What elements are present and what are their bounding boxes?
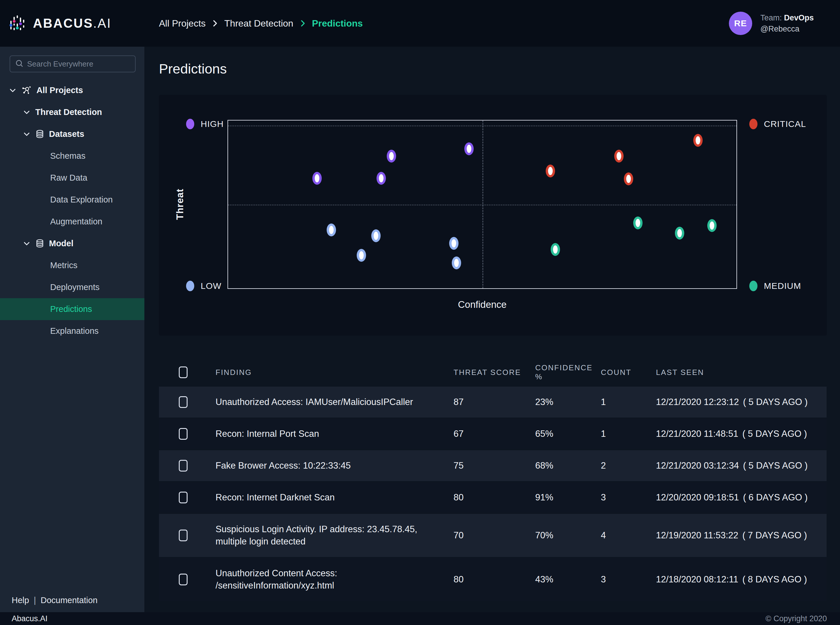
sidebar-item-threat-detection[interactable]: Threat Detection xyxy=(0,101,144,123)
help-link[interactable]: Help xyxy=(12,595,29,605)
sidebar-item-explanations[interactable]: Explanations xyxy=(0,320,144,342)
scatter-point-critical[interactable] xyxy=(614,150,624,163)
team-name: DevOps xyxy=(784,13,814,22)
row-checkbox[interactable] xyxy=(179,428,188,440)
row-checkbox-cell xyxy=(159,492,216,503)
last-seen-ago: ( 6 DAYS AGO ) xyxy=(743,492,807,502)
chevron-right-icon xyxy=(211,19,219,28)
sidebar-item-datasets[interactable]: Datasets xyxy=(0,123,144,145)
scatter-point-medium[interactable] xyxy=(551,243,560,256)
table-row[interactable]: Fake Brower Access: 10:22:33:457568%212/… xyxy=(159,450,827,481)
scatter-point-critical[interactable] xyxy=(624,173,633,185)
sidebar-item-raw-data[interactable]: Raw Data xyxy=(0,167,144,189)
app-logo[interactable]: ABACUS.AI xyxy=(9,0,112,47)
user-account-area[interactable]: RE Team: DevOps @Rebecca xyxy=(729,0,814,47)
column-header-threat-score[interactable]: THREAT SCORE xyxy=(453,368,535,377)
breadcrumb-threat-detection[interactable]: Threat Detection xyxy=(224,18,293,29)
chevron-right-icon xyxy=(299,19,306,28)
row-checkbox[interactable] xyxy=(179,492,188,503)
sidebar-item-label: Model xyxy=(49,239,73,248)
breadcrumb-predictions[interactable]: Predictions xyxy=(312,18,363,29)
confidence-cell: 68% xyxy=(535,450,601,481)
column-header-last-seen[interactable]: LAST SEEN xyxy=(656,368,827,377)
abacus-predictions-page: { "header": { "logo_text": "ABACUS", "lo… xyxy=(0,0,840,625)
count-cell: 1 xyxy=(601,387,656,418)
legend-item-medium: MEDIUM xyxy=(749,281,801,291)
legend-label: HIGH xyxy=(201,119,224,129)
row-checkbox-cell xyxy=(159,460,216,471)
search-box[interactable] xyxy=(9,56,136,72)
count-cell: 4 xyxy=(601,520,656,551)
breadcrumb-all-projects[interactable]: All Projects xyxy=(159,18,206,29)
select-all-checkbox[interactable] xyxy=(179,367,188,378)
sidebar-item-data-exploration[interactable]: Data Exploration xyxy=(0,189,144,211)
row-checkbox[interactable] xyxy=(179,530,188,541)
sidebar-item-deployments[interactable]: Deployments xyxy=(0,276,144,298)
scatter-point-low[interactable] xyxy=(327,224,336,236)
database-icon xyxy=(35,239,44,248)
chevron-down-icon[interactable] xyxy=(23,239,31,247)
row-checkbox[interactable] xyxy=(179,396,188,408)
row-checkbox[interactable] xyxy=(179,460,188,471)
scatter-point-critical[interactable] xyxy=(693,134,703,147)
column-header-confidence[interactable]: CONFIDENCE % xyxy=(535,363,601,381)
count-cell: 3 xyxy=(601,482,656,513)
scatter-point-medium[interactable] xyxy=(707,219,717,232)
scatter-point-high[interactable] xyxy=(387,150,396,163)
findings-table: FINDING THREAT SCORE CONFIDENCE % COUNT … xyxy=(159,359,827,601)
last-seen-cell: 12/21/2020 12:23:12( 5 DAYS AGO ) xyxy=(656,387,827,418)
legend-label: MEDIUM xyxy=(764,281,801,291)
scatter-point-high[interactable] xyxy=(377,172,386,185)
scatter-point-high[interactable] xyxy=(464,142,474,155)
scatter-point-low[interactable] xyxy=(357,249,366,262)
table-row[interactable]: Suspicious Login Activity. IP address: 2… xyxy=(159,514,827,557)
table-row[interactable]: Unauthorized Content Access: /sensitiveI… xyxy=(159,558,827,601)
sidebar-item-label: Metrics xyxy=(50,261,77,270)
database-icon xyxy=(35,129,44,139)
legend-dot-critical xyxy=(749,119,758,129)
sidebar-item-label: Deployments xyxy=(50,283,99,292)
documentation-link[interactable]: Documentation xyxy=(40,595,98,605)
sidebar-item-model[interactable]: Model xyxy=(0,233,144,255)
sidebar-item-augmentation[interactable]: Augmentation xyxy=(0,211,144,233)
sidebar-item-all-projects[interactable]: All Projects xyxy=(0,79,144,101)
row-checkbox[interactable] xyxy=(179,574,188,585)
chevron-down-icon[interactable] xyxy=(23,130,31,138)
scatter-point-low[interactable] xyxy=(449,237,458,250)
avatar[interactable]: RE xyxy=(729,12,752,35)
confidence-cell: 65% xyxy=(535,418,601,449)
sidebar-item-label: Schemas xyxy=(50,151,85,161)
scatter-point-low[interactable] xyxy=(452,257,461,269)
sidebar-item-predictions[interactable]: Predictions xyxy=(0,298,144,320)
last-seen-cell: 12/19/2020 11:53:22( 7 DAYS AGO ) xyxy=(656,520,827,551)
confidence-cell: 91% xyxy=(535,482,601,513)
last-seen-time: 12/20/2020 09:18:51 xyxy=(656,492,739,502)
scatter-point-high[interactable] xyxy=(312,172,322,185)
sidebar-item-label: Datasets xyxy=(49,129,84,139)
search-input[interactable] xyxy=(27,59,130,68)
scatter-point-critical[interactable] xyxy=(546,165,555,177)
scatter-point-medium[interactable] xyxy=(675,227,684,239)
table-row[interactable]: Recon: Internet Darknet Scan8091%312/20/… xyxy=(159,482,827,513)
scatter-point-medium[interactable] xyxy=(633,216,643,229)
sidebar-tree: All ProjectsThreat DetectionDatasetsSche… xyxy=(0,79,144,342)
top-header-bar: ABACUS.AI All Projects Threat Detection … xyxy=(0,0,840,47)
count-cell: 2 xyxy=(601,450,656,481)
legend-dot-low xyxy=(186,281,194,291)
sidebar-item-metrics[interactable]: Metrics xyxy=(0,255,144,276)
sidebar-item-schemas[interactable]: Schemas xyxy=(0,145,144,167)
legend-item-critical: CRITICAL xyxy=(749,119,806,129)
table-header-row: FINDING THREAT SCORE CONFIDENCE % COUNT … xyxy=(159,359,827,386)
column-header-finding[interactable]: FINDING xyxy=(216,368,453,377)
column-header-count[interactable]: COUNT xyxy=(601,368,656,377)
scatter-point-low[interactable] xyxy=(371,229,380,242)
sidebar-item-label: Augmentation xyxy=(50,217,102,226)
table-row[interactable]: Unauthorized Access: IAMUser/MaliciousIP… xyxy=(159,387,827,418)
chevron-down-icon[interactable] xyxy=(9,86,17,94)
scatter-plot-area[interactable] xyxy=(228,120,737,289)
chevron-down-icon[interactable] xyxy=(23,108,31,116)
breadcrumb: All Projects Threat Detection Prediction… xyxy=(159,0,363,47)
finding-cell: Unauthorized Content Access: /sensitiveI… xyxy=(216,558,453,601)
last-seen-cell: 12/21/2020 11:48:51( 5 DAYS AGO ) xyxy=(656,418,827,449)
table-row[interactable]: Recon: Internal Port Scan6765%112/21/202… xyxy=(159,418,827,449)
